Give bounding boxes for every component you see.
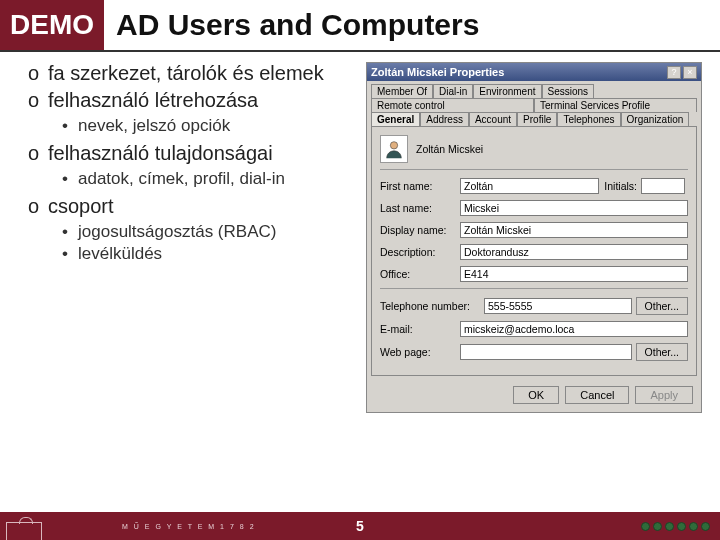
dialog-button-row: OK Cancel Apply (367, 380, 701, 412)
telephone-label: Telephone number: (380, 300, 480, 312)
tab-profile[interactable]: Profile (517, 112, 557, 126)
description-field[interactable] (460, 244, 688, 260)
properties-dialog: Zoltán Micskei Properties ? × Member Of … (366, 62, 702, 413)
web-field[interactable] (460, 344, 632, 360)
tab-dial-in[interactable]: Dial-in (433, 84, 473, 98)
title-row: DEMO AD Users and Computers (0, 0, 720, 50)
footer-dots-icon (641, 522, 710, 531)
university-text: M Ű E G Y E T E M 1 7 8 2 (122, 523, 256, 530)
subbullet-item: •levélküldés (62, 244, 338, 264)
bullet-item: ofelhasználó létrehozása (28, 89, 338, 112)
last-name-field[interactable] (460, 200, 688, 216)
telephone-field[interactable] (484, 298, 632, 314)
office-field[interactable] (460, 266, 688, 282)
display-name-label: Display name: (380, 224, 456, 236)
bullet-list: ofa szerkezet, tárolók és elemek ofelhas… (28, 62, 338, 264)
tab-environment[interactable]: Environment (473, 84, 541, 98)
subbullet-item: •nevek, jelszó opciók (62, 116, 338, 136)
initials-field[interactable] (641, 178, 685, 194)
first-name-field[interactable] (460, 178, 599, 194)
slide: DEMO AD Users and Computers ofa szerkeze… (0, 0, 720, 540)
cancel-button[interactable]: Cancel (565, 386, 629, 404)
apply-button[interactable]: Apply (635, 386, 693, 404)
tab-strip: Member Of Dial-in Environment Sessions R… (367, 81, 701, 126)
tab-panel-general: Zoltán Micskei First name: Initials: Las… (371, 126, 697, 376)
bullet-column: ofa szerkezet, tárolók és elemek ofelhas… (28, 62, 348, 492)
screenshot-column: Zoltán Micskei Properties ? × Member Of … (348, 62, 710, 492)
tab-organization[interactable]: Organization (621, 112, 690, 126)
slide-body: ofa szerkezet, tárolók és elemek ofelhas… (28, 62, 710, 492)
demo-badge: DEMO (0, 0, 104, 50)
slide-footer: M Ű E G Y E T E M 1 7 8 2 5 (0, 512, 720, 540)
email-field[interactable] (460, 321, 688, 337)
bullet-item: ofelhasználó tulajdonságai (28, 142, 338, 165)
initials-label: Initials: (603, 180, 637, 192)
help-icon[interactable]: ? (667, 66, 681, 79)
university-logo (0, 512, 120, 540)
page-number: 5 (356, 518, 364, 534)
tab-member-of[interactable]: Member Of (371, 84, 433, 98)
tab-account[interactable]: Account (469, 112, 517, 126)
ok-button[interactable]: OK (513, 386, 559, 404)
display-name-heading: Zoltán Micskei (416, 143, 483, 155)
slide-title: AD Users and Computers (104, 0, 720, 50)
web-label: Web page: (380, 346, 456, 358)
bullet-item: ofa szerkezet, tárolók és elemek (28, 62, 338, 85)
tab-general[interactable]: General (371, 112, 420, 126)
svg-point-0 (390, 142, 397, 149)
subbullet-item: •jogosultságosztás (RBAC) (62, 222, 338, 242)
last-name-label: Last name: (380, 202, 456, 214)
display-name-field[interactable] (460, 222, 688, 238)
dialog-title: Zoltán Micskei Properties (371, 66, 504, 78)
title-underline (0, 50, 720, 52)
other-web-button[interactable]: Other... (636, 343, 688, 361)
tab-sessions[interactable]: Sessions (542, 84, 595, 98)
close-icon[interactable]: × (683, 66, 697, 79)
email-label: E-mail: (380, 323, 456, 335)
tab-address[interactable]: Address (420, 112, 469, 126)
tab-remote-control[interactable]: Remote control (371, 98, 534, 112)
description-label: Description: (380, 246, 456, 258)
tab-ts-profile[interactable]: Terminal Services Profile (534, 98, 697, 112)
first-name-label: First name: (380, 180, 456, 192)
user-icon (380, 135, 408, 163)
subbullet-item: •adatok, címek, profil, dial-in (62, 169, 338, 189)
other-phone-button[interactable]: Other... (636, 297, 688, 315)
tab-telephones[interactable]: Telephones (557, 112, 620, 126)
office-label: Office: (380, 268, 456, 280)
bullet-item: ocsoport (28, 195, 338, 218)
dialog-titlebar[interactable]: Zoltán Micskei Properties ? × (367, 63, 701, 81)
